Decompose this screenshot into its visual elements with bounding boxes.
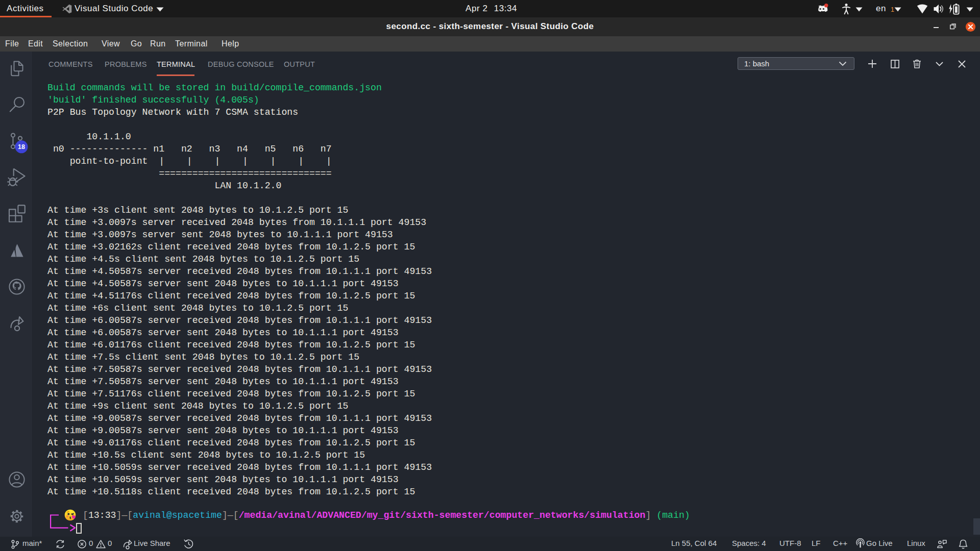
- svg-text:18: 18: [18, 143, 25, 151]
